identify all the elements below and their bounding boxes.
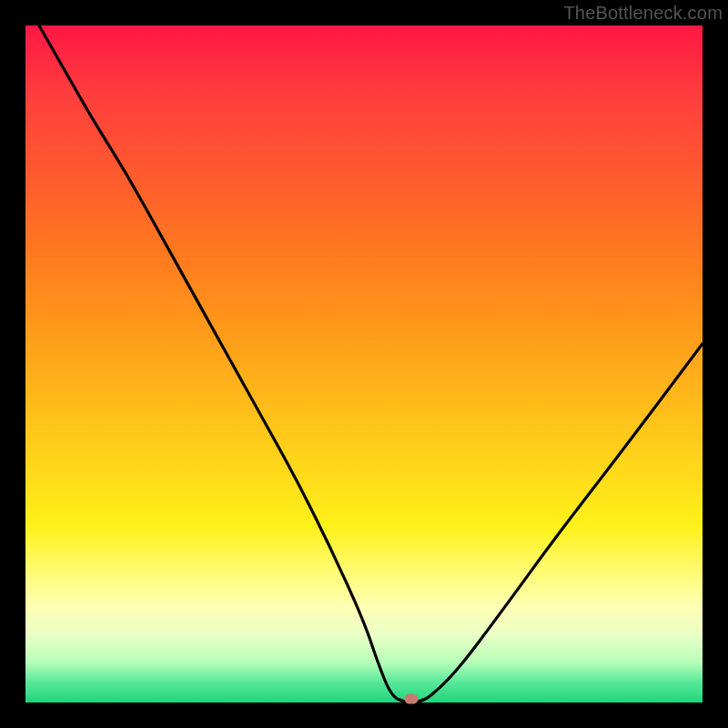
watermark-text: TheBottleneck.com	[563, 3, 723, 24]
bottleneck-curve	[25, 25, 703, 703]
optimum-marker	[405, 694, 419, 704]
chart-frame: TheBottleneck.com	[0, 0, 728, 728]
